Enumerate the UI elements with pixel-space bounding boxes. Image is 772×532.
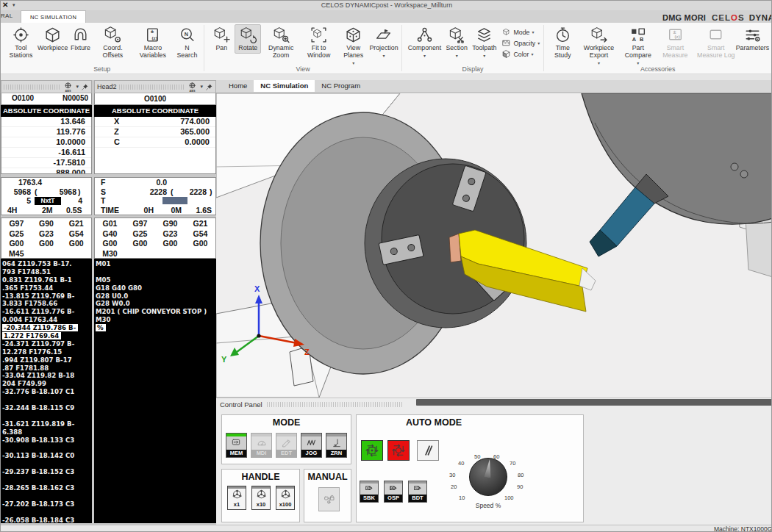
nc-program-line: 12.278 F1776.15 bbox=[2, 348, 92, 356]
ribbon-item-mode[interactable]: Mode▾ bbox=[501, 26, 540, 37]
ribbon-group-label: Display bbox=[403, 65, 543, 73]
ribbon-item-dynamic-zoom[interactable]: Dynamic Zoom bbox=[261, 24, 301, 61]
speed-dial-label: 90 bbox=[517, 484, 523, 490]
control-panel-label-row: Control Panel bbox=[216, 398, 772, 410]
handle-button-x10[interactable]: x10 bbox=[251, 486, 271, 510]
panel1-header[interactable]: ▾ bbox=[1, 80, 92, 93]
gcode-cell: G25 bbox=[1, 229, 32, 240]
block-skip-button[interactable] bbox=[417, 440, 439, 461]
panel1-dropdown-caret-icon[interactable]: ▾ bbox=[76, 84, 79, 90]
nc-program-line: 0.004 F1763.44 bbox=[2, 316, 92, 324]
ribbon-item-section[interactable]: Section▾ bbox=[443, 24, 470, 60]
speed-dial-pointer bbox=[485, 459, 493, 478]
simulation-viewport[interactable]: X Y Z bbox=[216, 93, 772, 398]
nc-program-line: -16.611 Z119.776 B- bbox=[2, 308, 92, 316]
sbk-button[interactable]: SBK bbox=[360, 481, 379, 503]
mode-panel-title: MODE bbox=[222, 417, 351, 428]
pin-icon[interactable] bbox=[81, 83, 89, 91]
mode-buttons: MEMMDIEDTJOGZRN bbox=[226, 433, 347, 458]
abs-globe-icon bbox=[62, 82, 74, 93]
fixture-icon bbox=[71, 26, 90, 44]
panel1-gcode-grid: G97G90G21G25G23G54G00G00G00M45 bbox=[1, 218, 92, 259]
speed-dial[interactable]: Speed % 102030405060708090100 bbox=[443, 453, 534, 512]
coordinate-row: 13.646 bbox=[1, 117, 91, 127]
breadcrumb-item-nc-simulation[interactable]: NC Simulation bbox=[254, 80, 315, 92]
dropdown-caret-icon: ▾ bbox=[637, 60, 639, 65]
time-seconds: 0.5S bbox=[66, 206, 82, 215]
gcode-cell: G97 bbox=[125, 219, 155, 229]
nc-program-line: 1.272 F1769.64 bbox=[2, 332, 92, 340]
mode-button-mem[interactable]: MEM bbox=[226, 433, 247, 458]
panel2-coordinate-values: X774.000Z365.000C0.0000 bbox=[94, 117, 216, 174]
horizontal-scrollbar[interactable] bbox=[416, 399, 772, 406]
ribbon-item-time-study[interactable]: Time Study bbox=[548, 24, 577, 61]
speed-dial-caption: Speed % bbox=[443, 502, 534, 509]
ribbon-toolbar: Tool StationsWorkpieceFixtureCoord. Offs… bbox=[1, 23, 772, 74]
axis-label: X bbox=[114, 117, 119, 126]
coordinate-value: 365.000 bbox=[180, 127, 210, 137]
handle-button-x100[interactable]: x100 bbox=[276, 486, 295, 510]
breadcrumb-item-nc-program[interactable]: NC Program bbox=[315, 80, 367, 92]
osp-button[interactable]: OSP bbox=[384, 481, 403, 503]
ribbon-item-smart-measure[interactable]: Smart Measure bbox=[656, 24, 695, 61]
ribbon-group-accessories: Time StudyWorkpiece Export▾Part Compare▾… bbox=[545, 23, 771, 73]
gcode-cell bbox=[61, 249, 91, 259]
ribbon-item-fit-to-window[interactable]: Fit to Window bbox=[301, 24, 337, 61]
nc-program-line: -28.265 B-18.162 C3 bbox=[2, 484, 92, 492]
panel2-nc-listing: M01M05G18 G40 G80G28 U0.0G28 W0.0M201 ( … bbox=[94, 259, 216, 523]
ribbon-groups: Tool StationsWorkpieceFixtureCoord. Offs… bbox=[1, 23, 772, 73]
ribbon-item-view-planes[interactable]: View Planes▾ bbox=[337, 24, 370, 67]
ribbon-item-rotate[interactable]: Rotate bbox=[235, 24, 261, 54]
manual-icon bbox=[323, 493, 336, 506]
panel2-header[interactable]: Head2 ▾ bbox=[94, 80, 216, 93]
mode-button-edt[interactable]: EDT bbox=[276, 433, 297, 458]
ribbon-item-component[interactable]: Component▾ bbox=[406, 24, 443, 60]
ribbon-item-workpiece-export[interactable]: Workpiece Export▾ bbox=[577, 24, 620, 67]
coordinate-value: -17.5810 bbox=[54, 158, 85, 168]
ribbon-item-coord-offsets[interactable]: Coord. Offsets bbox=[93, 24, 132, 61]
time-hours: 0H bbox=[139, 206, 154, 215]
ribbon-item-toolpath[interactable]: Toolpath▾ bbox=[470, 24, 498, 60]
bdt-icon bbox=[412, 484, 423, 495]
manual-button[interactable] bbox=[318, 487, 340, 511]
ribbon-item-macro-variables[interactable]: Macro Variables bbox=[132, 24, 174, 61]
nc-program-line: G28 W0.0 bbox=[96, 300, 216, 308]
speed-dial-knob[interactable] bbox=[469, 458, 507, 496]
mode-button-jog[interactable]: JOG bbox=[301, 433, 322, 458]
zrn-icon bbox=[331, 437, 343, 449]
cycle-start-button[interactable] bbox=[361, 440, 383, 461]
coordinate-row: Z365.000 bbox=[95, 127, 215, 137]
nc-program-line: -32.244 B-18.115 C9 bbox=[2, 404, 92, 412]
panel2-dropdown-caret-icon[interactable]: ▾ bbox=[200, 84, 203, 90]
mode-button-mdi[interactable]: MDI bbox=[251, 433, 272, 458]
ribbon-item-pan[interactable]: Pan bbox=[208, 24, 235, 54]
title-bar: ✕ ▾ CELOS DYNAMICpost - Workspace_Milltu… bbox=[1, 1, 772, 10]
ribbon-item-projection[interactable]: Projection▾ bbox=[370, 24, 398, 60]
handle-button-x1[interactable]: x1 bbox=[227, 486, 246, 510]
pin-icon[interactable] bbox=[205, 83, 213, 91]
component-icon bbox=[415, 26, 434, 44]
gcode-cell: G40 bbox=[95, 229, 125, 240]
breadcrumb-item-home[interactable]: Home bbox=[222, 80, 254, 92]
nc-program-line bbox=[2, 508, 92, 517]
ribbon-item-parameters[interactable]: Parameters bbox=[737, 24, 768, 54]
nc-program-line: -24.371 Z119.797 B- bbox=[2, 340, 92, 348]
ribbon-item-smart-measure-log[interactable]: Smart Measure Log bbox=[695, 24, 737, 61]
panel2-coordinate-title: ABSOLUTE COORDINATE bbox=[94, 105, 216, 117]
tab-nc-simulation[interactable]: NC SIMULATION bbox=[21, 10, 86, 23]
ribbon-item-color[interactable]: Color▾ bbox=[501, 48, 540, 60]
ribbon-item-workpiece[interactable]: Workpiece bbox=[38, 24, 68, 54]
spindle-actual: 5968 bbox=[40, 187, 76, 197]
ribbon-item-n-search[interactable]: N Search bbox=[174, 24, 200, 61]
ribbon-item-part-compare[interactable]: Part Compare▾ bbox=[620, 24, 656, 67]
ribbon-item-tool-stations[interactable]: Tool Stations bbox=[4, 24, 38, 61]
bdt-button[interactable]: BDT bbox=[408, 481, 427, 503]
ribbon-item-fixture[interactable]: Fixture bbox=[67, 24, 93, 54]
tab-general-clipped[interactable]: RAL bbox=[1, 12, 12, 19]
nc-program-line bbox=[2, 460, 92, 468]
window-title: CELOS DYNAMICpost - Workspace_Millturn bbox=[1, 1, 772, 9]
mode-button-zrn[interactable]: ZRN bbox=[326, 433, 347, 458]
cycle-stop-button[interactable] bbox=[387, 440, 410, 461]
ribbon-item-opacity[interactable]: Opacity▾ bbox=[501, 37, 540, 48]
gcode-cell: G21 bbox=[61, 219, 91, 229]
